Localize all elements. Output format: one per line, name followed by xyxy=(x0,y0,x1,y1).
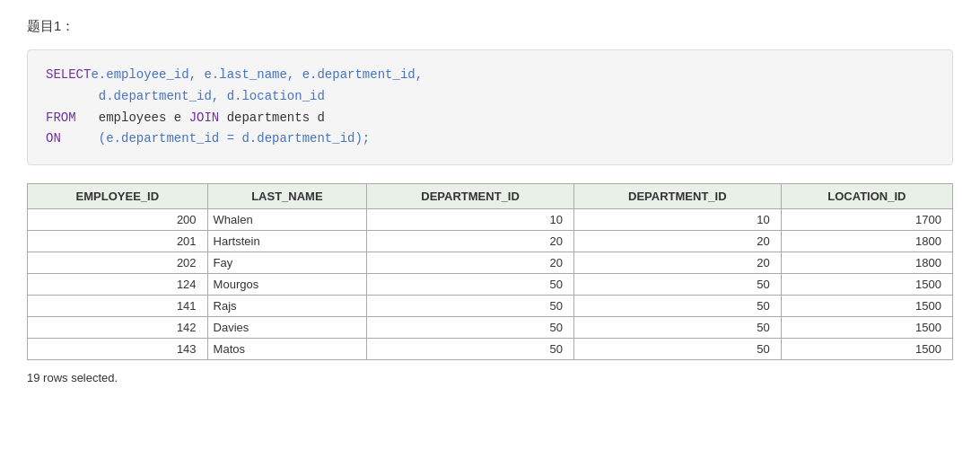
code-block: SELECT e.employee_id, e.last_name, e.dep… xyxy=(27,49,953,165)
table-cell: Mourgos xyxy=(207,274,367,296)
from-keyword: FROM xyxy=(46,108,76,129)
question-title: 题目1： xyxy=(27,18,953,35)
table-cell: 50 xyxy=(573,296,781,317)
table-cell: 50 xyxy=(573,339,781,360)
table-cell: 1500 xyxy=(781,296,952,317)
table-cell: Rajs xyxy=(207,296,367,317)
table-cell: 1800 xyxy=(781,231,952,252)
select-keyword: SELECT xyxy=(46,65,91,86)
table-row: 202Fay20201800 xyxy=(28,252,953,274)
table-cell: 1700 xyxy=(781,209,952,231)
table-row: 124Mourgos50501500 xyxy=(28,274,953,296)
table-cell: 20 xyxy=(573,252,781,274)
table-cell: 10 xyxy=(573,209,781,231)
table-cell: 10 xyxy=(367,209,574,231)
table-cell: 50 xyxy=(367,339,574,360)
table-cell: 1800 xyxy=(781,252,952,274)
table-cell: 201 xyxy=(28,231,208,252)
table-cell: 50 xyxy=(367,317,574,339)
rows-selected: 19 rows selected. xyxy=(27,371,953,384)
table-cell: 124 xyxy=(28,274,208,296)
table-cell: 142 xyxy=(28,317,208,339)
table-cell: 50 xyxy=(367,274,574,296)
col-header-last-name: LAST_NAME xyxy=(207,184,367,209)
from-clause: employees e JOIN departments d xyxy=(76,108,325,129)
table-row: 142Davies50501500 xyxy=(28,317,953,339)
table-cell: 50 xyxy=(573,274,781,296)
table-cell: 143 xyxy=(28,339,208,360)
table-row: 201Hartstein20201800 xyxy=(28,231,953,252)
table-cell: 1500 xyxy=(781,339,952,360)
table-cell: Hartstein xyxy=(207,231,367,252)
on-clause: (e.department_id = d.department_id); xyxy=(61,128,370,150)
table-cell: 20 xyxy=(367,252,574,274)
col-header-location-id: LOCATION_ID xyxy=(781,184,952,209)
table-row: 143Matos50501500 xyxy=(28,339,953,360)
table-cell: 1500 xyxy=(781,274,952,296)
table-cell: Whalen xyxy=(207,209,367,231)
table-cell: Fay xyxy=(207,252,367,274)
table-cell: 200 xyxy=(28,209,208,231)
table-row: 200Whalen10101700 xyxy=(28,209,953,231)
col-header-dept-id-2: DEPARTMENT_ID xyxy=(573,184,781,209)
select-cols: e.employee_id, e.last_name, e.department… xyxy=(91,65,423,86)
col-header-dept-id-1: DEPARTMENT_ID xyxy=(367,184,574,209)
table-row: 141Rajs50501500 xyxy=(28,296,953,317)
table-cell: 20 xyxy=(367,231,574,252)
table-cell: 20 xyxy=(573,231,781,252)
table-cell: 50 xyxy=(367,296,574,317)
table-cell: Matos xyxy=(207,339,367,360)
table-cell: 1500 xyxy=(781,317,952,339)
col-header-employee-id: EMPLOYEE_ID xyxy=(28,184,208,209)
table-cell: 202 xyxy=(28,252,208,274)
table-cell: 141 xyxy=(28,296,208,317)
table-cell: Davies xyxy=(207,317,367,339)
on-keyword: ON xyxy=(46,128,61,150)
results-table: EMPLOYEE_ID LAST_NAME DEPARTMENT_ID DEPA… xyxy=(27,183,953,360)
table-cell: 50 xyxy=(573,317,781,339)
